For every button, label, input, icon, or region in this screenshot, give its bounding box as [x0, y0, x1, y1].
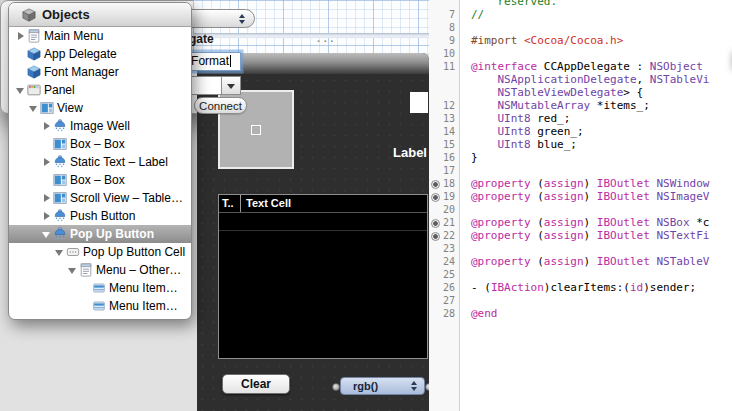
- selection-handle-left[interactable]: [332, 383, 340, 391]
- disclosure-spacer: [15, 48, 27, 60]
- tree-item-main-menu[interactable]: Main Menu: [9, 27, 191, 45]
- control-icon: [53, 155, 67, 169]
- view-icon: [40, 101, 54, 115]
- format-popup-button[interactable]: rgb(): [340, 377, 425, 395]
- menu-document-icon: [79, 263, 93, 277]
- code-line[interactable]: - (IBAction)clearItems:(id)sender;: [471, 281, 696, 294]
- code-line[interactable]: reserved.: [471, 0, 557, 8]
- code-token: assign: [544, 177, 584, 190]
- disclosure-spacer: [80, 300, 92, 312]
- code-line[interactable]: @property (assign) IBOutlet NSTableV: [471, 255, 709, 268]
- code-token: NSMutableArray: [498, 99, 591, 112]
- objects-cube-icon: [22, 8, 36, 22]
- connection-well-icon[interactable]: [431, 193, 440, 202]
- disclosure-triangle-icon[interactable]: [67, 264, 79, 276]
- clear-button[interactable]: Clear: [222, 374, 290, 394]
- code-line[interactable]: @property (assign) IBOutlet NSTextFi: [471, 229, 709, 242]
- tree-item-view[interactable]: View: [9, 99, 191, 117]
- tree-item-panel[interactable]: Panel: [9, 81, 191, 99]
- code-token: IBOutlet: [597, 177, 650, 190]
- connection-well-icon[interactable]: [431, 232, 440, 241]
- tree-item-box-box[interactable]: Box – Box: [9, 135, 191, 153]
- table-header-col2[interactable]: Text Cell: [241, 195, 427, 212]
- code-line[interactable]: UInt8 red_;: [471, 112, 570, 125]
- tree-item-label: Menu – Other…: [96, 263, 181, 277]
- tree-item-app-delegate[interactable]: App Delegate: [9, 45, 191, 63]
- code-token: )sender;: [643, 281, 696, 294]
- code-token: IBAction: [491, 281, 544, 294]
- code-token: IBOutlet: [597, 190, 650, 203]
- code-line[interactable]: UInt8 blue_;: [471, 138, 577, 151]
- code-token: ): [584, 216, 597, 229]
- cube-icon: [27, 47, 41, 61]
- connection-well-icon[interactable]: [431, 180, 440, 189]
- disclosure-triangle-icon[interactable]: [15, 30, 27, 42]
- tree-item-label: Static Text – Label: [70, 155, 168, 169]
- color-swatch[interactable]: [410, 92, 428, 113]
- tree-item-font-manager[interactable]: Font Manager: [9, 63, 191, 81]
- tree-item-scroll-view-table[interactable]: Scroll View – Table…: [9, 189, 191, 207]
- view-icon: [53, 137, 67, 151]
- code-line[interactable]: UInt8 green_;: [471, 125, 584, 138]
- table-header-col1[interactable]: T..: [219, 195, 241, 212]
- line-number: 17: [429, 164, 455, 177]
- disclosure-triangle-icon[interactable]: [41, 156, 53, 168]
- tree-item-image-well[interactable]: Image Well: [9, 117, 191, 135]
- code-line[interactable]: @property (assign) IBOutlet NSWindow: [471, 177, 709, 190]
- image-well-knob[interactable]: [251, 125, 261, 135]
- tree-item-menu-item[interactable]: Menu Item…: [9, 297, 191, 315]
- stepper-arrows-icon: [410, 380, 418, 392]
- connection-well-icon[interactable]: [431, 219, 440, 228]
- cell-icon: [66, 245, 80, 259]
- code-token: }: [471, 151, 478, 164]
- code-token: @property: [471, 177, 531, 190]
- code-line[interactable]: @property (assign) IBOutlet NSBox *c: [471, 216, 709, 229]
- disclosure-triangle-icon[interactable]: [41, 210, 53, 222]
- disclosure-triangle-icon[interactable]: [41, 228, 53, 240]
- objects-window: Objects Main MenuApp DelegateFont Manage…: [8, 2, 192, 320]
- code-token: UInt8: [498, 112, 531, 125]
- tree-item-label: Menu Item…: [109, 299, 178, 313]
- code-token: @property: [471, 216, 531, 229]
- tree-item-pop-up-button-cell[interactable]: Pop Up Button Cell: [9, 243, 191, 261]
- control-icon: [53, 209, 67, 223]
- tree-item-label: Image Well: [70, 119, 130, 133]
- tree-item-push-button[interactable]: Push Button: [9, 207, 191, 225]
- table-view[interactable]: T.. Text Cell: [218, 194, 428, 359]
- code-token: NSBox: [656, 216, 689, 229]
- code-token: *items_;: [590, 99, 650, 112]
- disclosure-triangle-icon[interactable]: [28, 102, 40, 114]
- code-token: (: [531, 216, 544, 229]
- line-number: 24: [429, 255, 455, 268]
- line-number: 23: [429, 242, 455, 255]
- code-line[interactable]: NSMutableArray *items_;: [471, 99, 650, 112]
- objects-window-header[interactable]: Objects: [9, 3, 191, 27]
- disclosure-triangle-icon[interactable]: [15, 84, 27, 96]
- table-row-separator: [219, 230, 427, 231]
- tree-item-menu-other[interactable]: Menu – Other…: [9, 261, 191, 279]
- code-line[interactable]: @end: [471, 307, 498, 320]
- tree-item-label: Scroll View – Table…: [70, 191, 183, 205]
- code-token: [471, 0, 498, 8]
- line-number: 27: [429, 294, 455, 307]
- tree-item-box-box[interactable]: Box – Box: [9, 171, 191, 189]
- code-line[interactable]: @property (assign) IBOutlet NSImageV: [471, 190, 709, 203]
- code-token: NSTableV: [656, 255, 709, 268]
- code-token: blue_;: [531, 138, 577, 151]
- tree-item-label: Box – Box: [70, 137, 125, 151]
- tree-item-pop-up-button[interactable]: Pop Up Button: [9, 225, 191, 243]
- code-token: (: [531, 190, 544, 203]
- stepper-arrows-icon: [238, 13, 246, 25]
- code-token: id: [630, 281, 643, 294]
- view-icon: [53, 191, 67, 205]
- combo-arrow-icon[interactable]: [221, 77, 240, 94]
- tree-item-menu-item[interactable]: Menu Item…: [9, 279, 191, 297]
- disclosure-triangle-icon[interactable]: [41, 192, 53, 204]
- code-line[interactable]: }: [471, 151, 478, 164]
- connect-button[interactable]: Connect: [194, 97, 247, 114]
- code-token: - (: [471, 281, 491, 294]
- tree-item-static-text-label[interactable]: Static Text – Label: [9, 153, 191, 171]
- disclosure-triangle-icon[interactable]: [54, 246, 66, 258]
- code-token: UInt8: [498, 125, 531, 138]
- disclosure-triangle-icon[interactable]: [41, 120, 53, 132]
